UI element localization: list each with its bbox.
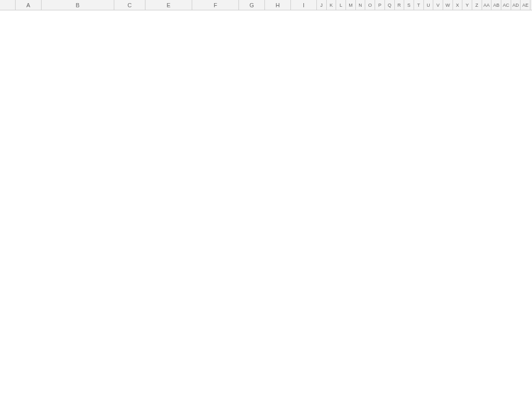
col-header-G[interactable]: G — [239, 0, 265, 10]
col-header-K[interactable]: K — [327, 0, 337, 10]
col-header-AC[interactable]: AC — [501, 0, 511, 10]
col-header-R[interactable]: R — [395, 0, 405, 10]
col-header-O[interactable]: O — [365, 0, 375, 10]
col-header-T[interactable]: T — [414, 0, 424, 10]
col-header-C[interactable]: C — [114, 0, 145, 10]
col-header-N[interactable]: N — [356, 0, 366, 10]
col-header-H[interactable]: H — [265, 0, 291, 10]
col-header-J[interactable]: J — [317, 0, 327, 10]
col-header-L[interactable]: L — [336, 0, 346, 10]
col-header-P[interactable]: P — [375, 0, 385, 10]
col-header-B[interactable]: B — [42, 0, 114, 10]
col-header-X[interactable]: X — [453, 0, 463, 10]
col-header-E[interactable]: E — [145, 0, 192, 10]
col-header-AE[interactable]: AE — [521, 0, 530, 10]
col-header-I[interactable]: I — [291, 0, 317, 10]
col-header-M[interactable]: M — [346, 0, 356, 10]
col-header-Z[interactable]: Z — [472, 0, 482, 10]
col-header-W[interactable]: W — [443, 0, 453, 10]
col-header-AD[interactable]: AD — [511, 0, 521, 10]
col-header-AA[interactable]: AA — [482, 0, 492, 10]
column-header-row: ABCEFGHIJKLMNOPQRSTUVWXYZAAABACADAE — [0, 0, 532, 10]
col-header-Q[interactable]: Q — [385, 0, 395, 10]
col-header-V[interactable]: V — [433, 0, 443, 10]
col-header-S[interactable]: S — [404, 0, 414, 10]
col-header-Y[interactable]: Y — [462, 0, 472, 10]
col-header-A[interactable]: A — [16, 0, 42, 10]
col-header-F[interactable]: F — [192, 0, 239, 10]
col-header-U[interactable]: U — [424, 0, 434, 10]
col-header-AB[interactable]: AB — [491, 0, 501, 10]
